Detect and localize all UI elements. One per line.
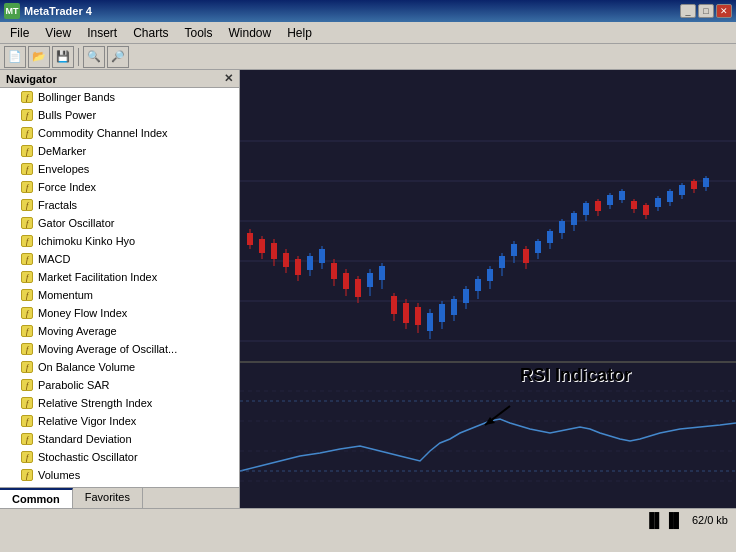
nav-item[interactable]: fGator Oscillator [0,214,239,232]
memory-status: 62/0 kb [692,514,728,526]
nav-item[interactable]: fBollinger Bands [0,88,239,106]
indicator-label: Bulls Power [38,109,96,121]
indicator-icon-img: f [21,415,33,427]
nav-item[interactable]: fMoving Average [0,322,239,340]
indicator-icon-img: f [21,253,33,265]
toolbar-zoom-in[interactable]: 🔍 [83,46,105,68]
toolbar-zoom-out[interactable]: 🔎 [107,46,129,68]
maximize-button[interactable]: □ [698,4,714,18]
indicator-icon-img: f [21,469,33,481]
svg-rect-50 [463,289,469,303]
indicator-label: Relative Vigor Index [38,415,136,427]
nav-item[interactable]: fFractals [0,196,239,214]
svg-rect-20 [283,253,289,267]
close-button[interactable]: ✕ [716,4,732,18]
title-bar: MT MetaTrader 4 _ □ ✕ [0,0,736,22]
menu-bar: File View Insert Charts Tools Window Hel… [0,22,736,44]
indicator-icon-img: f [21,235,33,247]
indicator-icon-img: f [21,109,33,121]
indicator-label: Envelopes [38,163,89,175]
svg-rect-76 [619,191,625,200]
toolbar-save[interactable]: 💾 [52,46,74,68]
toolbar-new[interactable]: 📄 [4,46,26,68]
toolbar-separator [78,48,79,66]
svg-rect-16 [259,239,265,253]
indicator-icon: f [20,252,34,266]
nav-item[interactable]: fRelative Vigor Index [0,412,239,430]
nav-item[interactable]: fParabolic SAR [0,376,239,394]
navigator-list[interactable]: fBollinger BandsfBulls PowerfCommodity C… [0,88,239,487]
indicator-icon: f [20,432,34,446]
navigator-panel: Navigator ✕ fBollinger BandsfBulls Power… [0,70,240,508]
navigator-close-button[interactable]: ✕ [224,72,233,85]
minimize-button[interactable]: _ [680,4,696,18]
indicator-icon: f [20,180,34,194]
nav-item[interactable]: fMACD [0,250,239,268]
menu-insert[interactable]: Insert [79,24,125,42]
indicator-icon-img: f [21,397,33,409]
svg-rect-32 [355,279,361,297]
svg-rect-30 [343,273,349,289]
indicator-label: Relative Strength Index [38,397,152,409]
indicator-label: On Balance Volume [38,361,135,373]
svg-rect-14 [247,233,253,245]
nav-item[interactable]: fVolumes [0,466,239,484]
svg-rect-42 [415,307,421,325]
menu-view[interactable]: View [37,24,79,42]
title-bar-buttons[interactable]: _ □ ✕ [680,4,732,18]
svg-rect-52 [475,279,481,291]
svg-rect-90 [703,178,709,187]
indicator-icon: f [20,288,34,302]
indicator-icon: f [20,342,34,356]
menu-window[interactable]: Window [221,24,280,42]
svg-rect-24 [307,256,313,270]
nav-item[interactable]: fStochastic Oscillator [0,448,239,466]
nav-item[interactable]: fMarket Facilitation Index [0,268,239,286]
toolbar: 📄 📂 💾 🔍 🔎 [0,44,736,70]
svg-rect-64 [547,231,553,243]
indicator-icon-img: f [21,343,33,355]
nav-item[interactable]: fEnvelopes [0,160,239,178]
nav-item[interactable]: fMoving Average of Oscillat... [0,340,239,358]
svg-rect-70 [583,203,589,215]
nav-item[interactable]: fStandard Deviation [0,430,239,448]
indicator-icon-img: f [21,451,33,463]
indicator-icon: f [20,216,34,230]
indicator-label: Moving Average [38,325,117,337]
indicator-icon: f [20,234,34,248]
navigator-title: Navigator [6,73,57,85]
svg-rect-8 [240,363,736,497]
navigator-tabs: Common Favorites [0,487,239,508]
tab-favorites[interactable]: Favorites [73,488,143,508]
title-bar-left: MT MetaTrader 4 [4,3,92,19]
indicator-icon-img: f [21,145,33,157]
indicator-label: Moving Average of Oscillat... [38,343,177,355]
svg-rect-56 [499,256,505,268]
svg-rect-36 [379,266,385,280]
indicator-icon: f [20,414,34,428]
nav-item[interactable]: fBulls Power [0,106,239,124]
app-icon: MT [4,3,20,19]
nav-item[interactable]: fMoney Flow Index [0,304,239,322]
nav-item[interactable]: fMomentum [0,286,239,304]
tab-common[interactable]: Common [0,488,73,508]
nav-item[interactable]: fIchimoku Kinko Hyo [0,232,239,250]
menu-charts[interactable]: Charts [125,24,176,42]
indicator-label: Bollinger Bands [38,91,115,103]
menu-file[interactable]: File [2,24,37,42]
menu-tools[interactable]: Tools [177,24,221,42]
indicator-icon-img: f [21,181,33,193]
menu-help[interactable]: Help [279,24,320,42]
nav-item[interactable]: fForce Index [0,178,239,196]
nav-item[interactable]: fRelative Strength Index [0,394,239,412]
chart-svg [240,70,736,508]
indicator-label: Ichimoku Kinko Hyo [38,235,135,247]
indicator-icon: f [20,378,34,392]
indicator-icon: f [20,468,34,482]
nav-item[interactable]: fOn Balance Volume [0,358,239,376]
nav-item[interactable]: fCommodity Channel Index [0,124,239,142]
nav-item[interactable]: fDeMarker [0,142,239,160]
toolbar-open[interactable]: 📂 [28,46,50,68]
indicator-icon: f [20,144,34,158]
indicator-label: Volumes [38,469,80,481]
